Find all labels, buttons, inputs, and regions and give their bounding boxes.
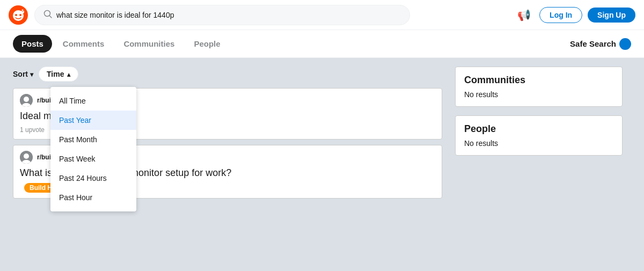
tab-comments[interactable]: Comments [54,35,113,53]
svg-point-6 [21,9,24,11]
svg-point-13 [24,153,29,159]
signup-button[interactable]: Sign Up [588,8,635,23]
tab-people[interactable]: People [185,35,229,53]
people-card: People No results [455,115,623,156]
dropdown-item-alltime[interactable]: All Time [50,91,136,111]
right-column: Communities No results People No results [455,67,623,262]
communities-title: Communities [464,75,613,86]
svg-point-10 [24,97,29,102]
safe-search[interactable]: Safe Search [570,38,631,50]
dropdown-item-pastweek[interactable]: Past Week [50,149,136,169]
tab-bar: Posts Comments Communities People Safe S… [0,30,644,58]
sort-bar: Sort Time All Time Past Year Past Month … [13,67,442,82]
content-area: Sort Time All Time Past Year Past Month … [0,58,644,271]
people-title: People [464,123,613,135]
dropdown-item-pasthour[interactable]: Past Hour [50,188,136,207]
login-button[interactable]: Log In [539,7,582,23]
tab-communities[interactable]: Communities [115,35,183,53]
search-icon [43,10,52,20]
header: 📢 Log In Sign Up [0,0,644,30]
search-bar[interactable] [34,5,410,25]
left-column: Sort Time All Time Past Year Past Month … [13,67,442,262]
safe-search-label: Safe Search [570,39,616,48]
safe-search-indicator [619,38,631,50]
header-actions: 📢 Log In Sign Up [514,5,635,25]
dropdown-item-past24hours[interactable]: Past 24 Hours [50,169,136,188]
people-empty: No results [464,139,613,148]
dropdown-item-pastyear[interactable]: Past Year [50,111,136,130]
communities-card: Communities No results [455,67,623,107]
time-chevron-up-icon [67,70,70,78]
sort-button[interactable]: Sort [13,70,33,78]
dropdown-item-pastmonth[interactable]: Past Month [50,130,136,149]
reddit-logo[interactable] [9,5,28,25]
svg-line-8 [49,16,52,18]
time-filter-button[interactable]: Time [39,67,78,82]
sort-chevron-down-icon [30,70,33,78]
time-dropdown: All Time Past Year Past Month Past Week … [50,87,136,211]
avatar-2 [20,151,33,164]
communities-empty: No results [464,90,613,99]
avatar-1 [20,94,33,107]
tab-posts[interactable]: Posts [13,35,52,53]
megaphone-button[interactable]: 📢 [514,5,534,25]
svg-point-3 [19,14,21,16]
svg-point-2 [15,14,17,16]
search-input[interactable] [56,11,401,19]
